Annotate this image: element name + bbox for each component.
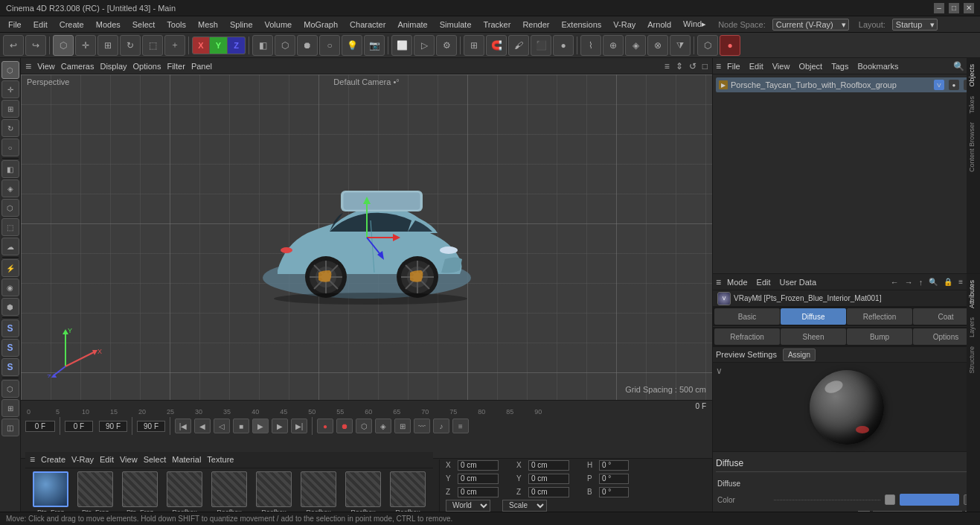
mini-timeline-button[interactable]: ≡ — [452, 419, 469, 433]
point-button[interactable]: ⏺ — [297, 35, 318, 56]
obj-menu-bookmarks[interactable]: Bookmarks — [854, 60, 901, 72]
mat-item-3[interactable]: Roofbox — [164, 471, 205, 512]
obj-menu-edit[interactable]: Edit — [746, 60, 766, 72]
x-rot-field[interactable] — [528, 460, 569, 471]
select-button[interactable]: ⬚ — [142, 35, 163, 56]
mat-tab-bump[interactable]: Bump — [847, 328, 912, 345]
obj-menu-object[interactable]: Object — [795, 60, 825, 72]
add-button[interactable]: ＋ — [164, 35, 185, 56]
obj-menu-view[interactable]: View — [769, 60, 793, 72]
mat-menu-create[interactable]: Create — [41, 455, 65, 464]
attr-lock-icon[interactable]: 🔒 — [941, 277, 955, 287]
object-mode-button[interactable]: ⬡ — [53, 35, 74, 56]
sidebar-null-icon[interactable]: ○ — [1, 139, 19, 156]
z-rot-field[interactable] — [528, 487, 569, 497]
mat-tab-diffuse[interactable]: Diffuse — [781, 308, 846, 325]
menu-volume[interactable]: Volume — [260, 19, 298, 31]
menu-modes[interactable]: Modes — [91, 19, 126, 31]
camera-button[interactable]: 📷 — [364, 35, 385, 56]
rotate-button[interactable]: ↻ — [120, 35, 141, 56]
menu-vray[interactable]: V-Ray — [608, 19, 641, 31]
menu-render[interactable]: Render — [517, 19, 554, 31]
viewport-menu-icon[interactable]: ≡ — [25, 60, 31, 72]
menu-extensions[interactable]: Extensions — [556, 19, 606, 31]
menu-simulate[interactable]: Simulate — [435, 19, 477, 31]
sidebar-grid-icon[interactable]: ⊞ — [1, 399, 19, 417]
sidebar-s-icon[interactable]: S — [1, 319, 19, 337]
menu-arnold[interactable]: Arnold — [642, 19, 676, 31]
obj-item-0[interactable]: ▶ Porsche_Taycan_Turbo_with_Roofbox_grou… — [716, 77, 977, 92]
mat-item-2[interactable]: Pts_Froz — [119, 471, 161, 512]
y-pos-field[interactable] — [458, 474, 499, 484]
mat-tab-refraction[interactable]: Refraction — [714, 328, 780, 345]
sidebar-sky-icon[interactable]: ☁ — [1, 238, 19, 255]
vp-icon-4[interactable]: □ — [702, 61, 708, 71]
sphere-button[interactable]: ● — [553, 35, 574, 56]
next-frame-button[interactable]: ▶ — [272, 419, 288, 433]
vp-menu-panel[interactable]: Panel — [191, 62, 212, 71]
sidebar-snap-icon[interactable]: ⬡ — [1, 380, 19, 398]
mat-item-1[interactable]: Pts_Froz — [74, 471, 116, 512]
cube-button[interactable]: ⬛ — [531, 35, 551, 56]
menu-character[interactable]: Character — [345, 19, 391, 31]
vp-menu-options[interactable]: Options — [133, 62, 161, 71]
play-button[interactable]: ▶ — [252, 419, 269, 433]
mat-item-6[interactable]: Roofbox — [298, 471, 339, 512]
paint-button[interactable]: 🖌 — [508, 35, 529, 56]
world-dropdown[interactable]: World Object — [446, 500, 490, 512]
vp-icon-2[interactable]: ⇕ — [676, 61, 683, 71]
mat-menu-edit[interactable]: Edit — [100, 455, 114, 464]
menu-edit[interactable]: Edit — [28, 19, 53, 31]
vp-menu-view[interactable]: View — [37, 62, 55, 71]
sidebar-s3-icon[interactable]: S — [1, 358, 19, 376]
vtab-objects[interactable]: Objects — [967, 60, 980, 92]
mat-menu-view[interactable]: View — [120, 455, 138, 464]
mat-item-5[interactable]: Roofbox — [253, 471, 295, 512]
texture-dropdown[interactable]: ▾ — [858, 511, 870, 512]
x-axis-button[interactable]: X — [192, 36, 210, 54]
key-sel-button[interactable]: ◈ — [375, 419, 391, 433]
sidebar-rotate-icon[interactable]: ↻ — [1, 119, 19, 137]
snap-button[interactable]: 🧲 — [486, 35, 507, 56]
mat-menu-material[interactable]: Material — [172, 455, 201, 464]
node-space-dropdown[interactable]: Current (V-Ray) ▾ — [772, 19, 849, 31]
max-frame-input[interactable] — [137, 421, 165, 432]
vtab-structure[interactable]: Structure — [967, 342, 980, 378]
motion-path-button[interactable]: 〰 — [414, 419, 430, 433]
sidebar-floor-icon[interactable]: ⬚ — [1, 218, 19, 236]
x-pos-field[interactable] — [458, 460, 499, 471]
go-end-button[interactable]: ▶| — [291, 419, 307, 433]
obj-vis-0[interactable]: ● — [949, 80, 959, 90]
mat-item-0[interactable]: Pts_Froz — [30, 471, 71, 512]
sidebar-polygons-icon[interactable]: ◧ — [1, 160, 19, 178]
vtab-takes[interactable]: Takes — [967, 92, 980, 118]
mat-tab-sheen[interactable]: Sheen — [781, 328, 846, 345]
p-field[interactable] — [599, 474, 629, 484]
redo-button[interactable]: ↪ — [25, 35, 46, 56]
mat-item-8[interactable]: Roofbox — [387, 471, 429, 512]
z-pos-field[interactable] — [458, 487, 499, 497]
vp-menu-cameras[interactable]: Cameras — [61, 62, 95, 71]
menu-spline[interactable]: Spline — [225, 19, 258, 31]
menu-tools[interactable]: Tools — [161, 19, 191, 31]
render-view-button[interactable]: ⬜ — [391, 35, 412, 56]
go-start-button[interactable]: |◀ — [175, 419, 191, 433]
mat-menu-select[interactable]: Select — [144, 455, 167, 464]
color-swatch[interactable] — [885, 494, 895, 505]
menu-create[interactable]: Create — [54, 19, 89, 31]
sym-btn[interactable]: ⧩ — [670, 35, 691, 56]
sidebar-mat-icon[interactable]: ◫ — [1, 419, 19, 436]
mat-preview-collapse[interactable]: ∨ — [716, 366, 723, 376]
vtab-layers[interactable]: Layers — [967, 313, 980, 342]
record-auto-button[interactable]: ● — [317, 419, 333, 433]
key-button[interactable]: ⬡ — [356, 419, 372, 433]
layout-dropdown[interactable]: Startup ▾ — [892, 19, 938, 31]
boole-btn[interactable]: ⊕ — [603, 35, 624, 56]
move-button[interactable]: ✛ — [75, 35, 96, 56]
render-button[interactable]: ▷ — [414, 35, 435, 56]
mat-item-7[interactable]: Roofbox — [342, 471, 384, 512]
current-frame-input[interactable] — [25, 421, 55, 432]
mat-item-4[interactable]: Roofbox — [208, 471, 250, 512]
minimize-button[interactable]: – — [934, 3, 944, 13]
polygon-button[interactable]: ◧ — [252, 35, 273, 56]
